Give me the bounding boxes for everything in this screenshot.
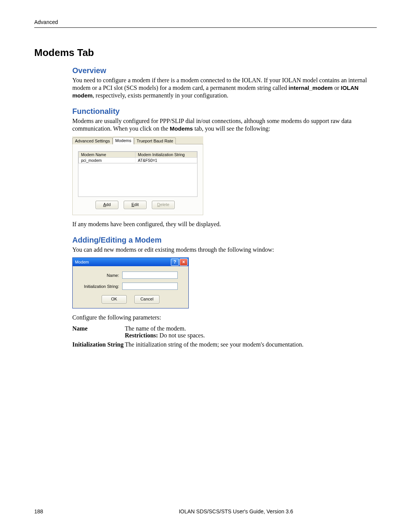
init-label: Initialization String: [78, 284, 122, 289]
column-header-name[interactable]: Modem Name [79, 152, 135, 158]
label: dd [106, 202, 111, 207]
breadcrumb: Advanced [34, 19, 377, 28]
modems-listbox[interactable]: Modem Name Modem Initialization String p… [78, 151, 198, 197]
init-field[interactable] [122, 283, 178, 290]
text-bold: internal_modem [288, 85, 333, 91]
name-field[interactable] [122, 272, 178, 279]
dialog-titlebar[interactable]: Modem ? × [73, 258, 188, 266]
label: dit [134, 202, 139, 207]
label: elete [160, 202, 169, 207]
help-icon[interactable]: ? [171, 259, 179, 266]
tab-panel-body: Modem Name Modem Initialization String p… [72, 144, 203, 215]
param-label: Initialization String [72, 341, 125, 348]
param-desc: The name of the modem. Restrictions: Do … [125, 325, 377, 339]
overview-heading: Overview [72, 66, 377, 75]
tab-strip: Advanced Settings Modems Trueport Baud R… [72, 136, 203, 144]
name-label: Name: [78, 273, 122, 278]
restrictions-label: Restrictions: [125, 332, 158, 339]
dialog-body: Name: Initialization String: OK Cancel [73, 266, 188, 308]
param-row-init: Initialization String The initialization… [72, 341, 377, 348]
param-desc: The initialization string of the modem; … [125, 341, 377, 348]
hotkey: A [103, 202, 106, 207]
page-number: 188 [34, 508, 95, 514]
text-bold: Modems [170, 125, 193, 132]
tab-modems[interactable]: Modems [113, 137, 134, 144]
modem-dialog-screenshot: Modem ? × Name: Initialization String: O… [72, 257, 189, 308]
param-label: Name [72, 325, 125, 339]
overview-paragraph: You need to configure a modem if there i… [72, 77, 377, 99]
text: , respectively, exists permanently in yo… [92, 92, 228, 99]
dialog-title: Modem [75, 260, 170, 264]
cancel-button[interactable]: Cancel [134, 295, 159, 304]
tab-advanced-settings[interactable]: Advanced Settings [72, 137, 113, 144]
functionality-after-paragraph: If any modems have been configured, they… [72, 220, 377, 228]
ok-button[interactable]: OK [102, 295, 127, 304]
functionality-paragraph: Modems are usually configured for PPP/SL… [72, 117, 377, 133]
adding-heading: Adding/Editing a Modem [72, 236, 377, 244]
modems-table: Modem Name Modem Initialization String p… [78, 152, 197, 163]
param-row-name: Name The name of the modem. Restrictions… [72, 325, 377, 339]
text: The name of the modem. [125, 325, 186, 332]
delete-button[interactable]: Delete [152, 201, 175, 209]
edit-button[interactable]: Edit [124, 201, 147, 209]
footer-title: IOLAN SDS/SCS/STS User's Guide, Version … [95, 508, 377, 514]
page-footer: 188 IOLAN SDS/SCS/STS User's Guide, Vers… [34, 508, 377, 514]
text: Do not use spaces. [158, 332, 205, 339]
add-button[interactable]: Add [96, 201, 118, 209]
functionality-heading: Functionality [72, 107, 377, 116]
configure-params-paragraph: Configure the following parameters: [72, 314, 377, 321]
text: or [333, 85, 341, 91]
hotkey: D [157, 202, 160, 207]
adding-paragraph: You can add new modems or edit existing … [72, 246, 377, 254]
hotkey: E [132, 202, 134, 207]
close-icon[interactable]: × [180, 259, 188, 266]
cell-modem-name: pci_modem [79, 158, 135, 163]
tab-trueport-baud-rate[interactable]: Trueport Baud Rate [134, 137, 176, 144]
page-title: Modems Tab [34, 47, 377, 59]
column-header-init[interactable]: Modem Initialization String [135, 152, 197, 158]
modems-tab-screenshot: Advanced Settings Modems Trueport Baud R… [72, 136, 203, 215]
table-row[interactable]: pci_modem AT&FS0=1 [79, 158, 197, 163]
cell-modem-init: AT&FS0=1 [135, 158, 197, 163]
text: tab, you will see the following: [193, 125, 270, 132]
